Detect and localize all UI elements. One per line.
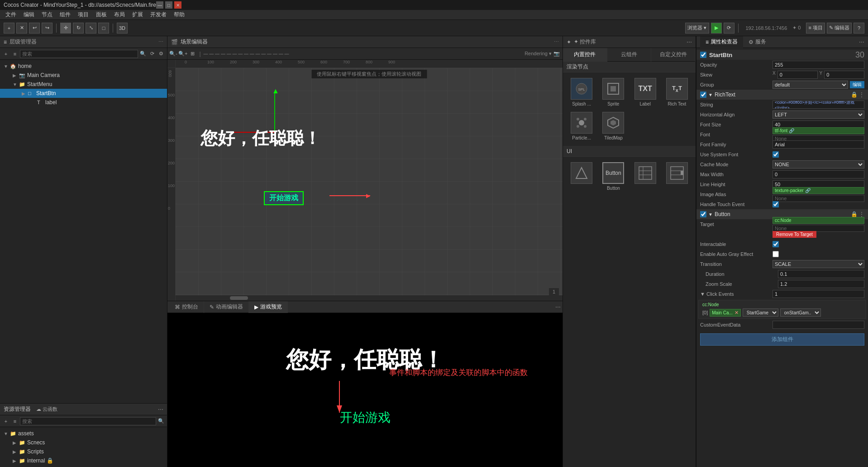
scale-tool[interactable]: ⤡ bbox=[86, 23, 96, 34]
comp-item-label[interactable]: TXT Label bbox=[630, 76, 660, 108]
tree-item-startmenu[interactable]: ▼ 📁 StartMenu bbox=[0, 80, 167, 89]
duration-value[interactable]: 0.1 bbox=[778, 270, 864, 278]
scene-canvas[interactable]: 使用鼠标右键平移视窗焦点；使用滚轮滚动视图 ▲ 您好，任聪聪！ 开始游戏 bbox=[176, 68, 563, 301]
fontfamily-value[interactable]: Arial bbox=[773, 140, 864, 149]
zoomscale-value[interactable]: 1.2 bbox=[778, 280, 864, 288]
imageatlas-none[interactable]: None bbox=[773, 195, 864, 202]
rotate-tool[interactable]: ↻ bbox=[73, 23, 84, 34]
tab-preview[interactable]: ▶ 游戏预览 bbox=[249, 301, 288, 313]
rect-tool[interactable]: □ bbox=[98, 23, 109, 34]
comp-item-richtext[interactable]: TxT Rich Text bbox=[662, 76, 692, 108]
move-tool[interactable]: ✛ bbox=[60, 23, 71, 34]
hierarchy-search[interactable] bbox=[20, 50, 138, 58]
scene-camera-btn[interactable]: 📷 bbox=[553, 50, 561, 58]
tab-console[interactable]: ⌘ 控制台 bbox=[169, 301, 204, 313]
autogray-checkbox[interactable] bbox=[773, 251, 779, 257]
interactable-checkbox[interactable] bbox=[773, 241, 779, 247]
richtext-enabled[interactable] bbox=[700, 91, 706, 98]
event-remove-btn[interactable]: ✕ bbox=[734, 310, 739, 316]
right-tab-service[interactable]: ⚙ 服务 bbox=[743, 36, 772, 48]
halign-select[interactable]: LEFT bbox=[773, 111, 864, 119]
group-edit-btn[interactable]: 编辑 bbox=[850, 81, 864, 88]
comp-item-button[interactable]: Button Button bbox=[598, 160, 628, 193]
group-select[interactable]: default bbox=[773, 81, 848, 89]
scene-zoom-in[interactable]: 🔍+ bbox=[178, 50, 187, 58]
search-button[interactable]: 🔍 bbox=[139, 50, 147, 58]
tree-item-home[interactable]: ▼ 🏠 home bbox=[0, 62, 167, 71]
handletouchevent-checkbox[interactable] bbox=[773, 201, 779, 207]
asset-tree-assets[interactable]: ▼ 📁 assets bbox=[0, 429, 167, 438]
comp-item-splash[interactable]: SPL Splash ... bbox=[567, 76, 596, 108]
help-button[interactable]: ? bbox=[854, 23, 864, 34]
clickevents-count[interactable]: 1 bbox=[773, 290, 864, 298]
scene-zoom-out[interactable]: 🔍- bbox=[169, 50, 177, 58]
menu-item-file[interactable]: 文件 bbox=[2, 11, 20, 19]
add-node-button[interactable]: + bbox=[2, 50, 10, 58]
3d-toggle[interactable]: 3D bbox=[117, 23, 128, 34]
h-scrollbar[interactable] bbox=[176, 295, 563, 301]
menu-item-project[interactable]: 项目 bbox=[74, 11, 92, 19]
button-enabled[interactable] bbox=[700, 211, 706, 217]
remove-to-target-btn[interactable]: Remove To Target bbox=[773, 231, 816, 238]
tree-item-label[interactable]: ▶ T label bbox=[0, 98, 167, 107]
reload-button[interactable]: ⟳ bbox=[724, 23, 734, 34]
scene-fit[interactable]: ⊞ bbox=[188, 50, 196, 58]
menu-item-node[interactable]: 节点 bbox=[38, 11, 56, 19]
comp-item-scroll[interactable] bbox=[662, 160, 692, 193]
skew-x-value[interactable]: 0 bbox=[777, 71, 818, 79]
maxwidth-value[interactable]: 0 bbox=[773, 170, 864, 178]
comp-item-shape[interactable] bbox=[567, 160, 596, 193]
menu-item-panel[interactable]: 面板 bbox=[92, 11, 110, 19]
comp-tab-cloud[interactable]: 云组件 bbox=[607, 48, 652, 62]
menu-item-extend[interactable]: 扩展 bbox=[129, 11, 147, 19]
maximize-button[interactable]: □ bbox=[165, 1, 172, 9]
close-button[interactable]: ✕ bbox=[174, 1, 181, 9]
menu-item-help[interactable]: 帮助 bbox=[170, 11, 188, 19]
asset-search-button[interactable]: 🔍 bbox=[157, 417, 165, 425]
transition-select[interactable]: SCALE bbox=[773, 260, 864, 268]
add-button[interactable]: + bbox=[4, 23, 14, 34]
h-scrollbar-thumb[interactable] bbox=[230, 296, 248, 300]
event-handler-select[interactable]: onStartGam... bbox=[780, 308, 821, 317]
add-component-btn[interactable]: 添加组件 bbox=[700, 333, 864, 346]
usesysfont-checkbox[interactable] bbox=[773, 151, 779, 158]
asset-tree-scnecs[interactable]: ▶ 📁 Scnecs bbox=[0, 438, 167, 447]
component-enabled-checkbox[interactable] bbox=[700, 52, 706, 58]
asset-search[interactable] bbox=[20, 417, 156, 425]
comp-item-layout[interactable] bbox=[630, 160, 660, 193]
customeventdata-value[interactable] bbox=[773, 321, 864, 329]
scene-startbtn[interactable]: 开始游戏 bbox=[264, 191, 304, 205]
undo-button[interactable]: ↩ bbox=[29, 23, 40, 34]
asset-add-button[interactable]: + bbox=[2, 417, 10, 425]
opacity-value[interactable]: 255 bbox=[773, 61, 864, 69]
menu-item-component[interactable]: 组件 bbox=[56, 11, 74, 19]
comp-item-particle[interactable]: Particle... bbox=[567, 110, 596, 142]
comp-item-sprite[interactable]: Sprite bbox=[598, 76, 628, 108]
redo-button[interactable]: ↪ bbox=[42, 23, 52, 34]
editor-button[interactable]: ✎ 编辑器 bbox=[827, 23, 852, 34]
rendering-label[interactable]: Rendering ▾ bbox=[525, 51, 552, 57]
game-preview[interactable]: 您好，任聪聪！ 开始游戏 事件和脚本的绑定及关联的脚本中的函数 bbox=[167, 313, 563, 467]
minimize-button[interactable]: — bbox=[156, 1, 163, 9]
refresh-button[interactable]: ⟳ bbox=[148, 50, 156, 58]
comp-tab-custom[interactable]: 自定义控件 bbox=[651, 48, 696, 62]
project-button[interactable]: ≡ 项目 bbox=[806, 23, 825, 34]
menu-item-edit[interactable]: 编辑 bbox=[20, 11, 38, 19]
delete-button[interactable]: ✕ bbox=[16, 23, 27, 34]
asset-tree-internal[interactable]: ▶ 📁 internal 🔒 bbox=[0, 456, 167, 465]
cachemode-select[interactable]: NONE bbox=[773, 160, 864, 169]
comp-item-tiledmap[interactable]: TiledMap bbox=[598, 110, 628, 142]
richtext-section-title[interactable]: ▼ RichText 🔒 ⋮ bbox=[696, 90, 868, 100]
browser-dropdown[interactable]: 浏览器 ▾ bbox=[685, 23, 709, 34]
menu-item-layout[interactable]: 布局 bbox=[110, 11, 129, 19]
asset-tree-scripts[interactable]: ▶ 📁 Scripts bbox=[0, 447, 167, 456]
asset-sort-button[interactable]: ≡ bbox=[11, 417, 19, 425]
window-controls[interactable]: — □ ✕ bbox=[156, 1, 181, 9]
tree-item-maincamera[interactable]: ▶ 📷 Main Camera bbox=[0, 71, 167, 80]
sort-button[interactable]: ≡ bbox=[11, 50, 19, 58]
skew-y-value[interactable]: 0 bbox=[824, 71, 864, 79]
comp-tab-builtin[interactable]: 内置控件 bbox=[563, 48, 607, 62]
event-component-select[interactable]: StartGame bbox=[743, 308, 778, 317]
menu-item-dev[interactable]: 开发者 bbox=[147, 11, 170, 19]
tab-animation[interactable]: ✎ 动画编辑器 bbox=[204, 301, 249, 313]
